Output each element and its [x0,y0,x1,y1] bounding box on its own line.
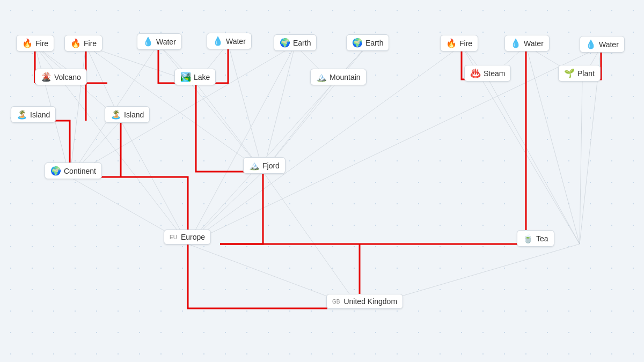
svg-line-7 [158,44,263,172]
lake-icon: 🏞️ [180,72,191,82]
fire2-icon: 🔥 [70,38,81,48]
water3-icon: 💧 [510,38,521,48]
earth1-icon: 🌍 [280,38,290,48]
mountain-icon: 🏔️ [316,72,327,82]
node-water4[interactable]: 💧 Water [580,36,625,53]
node-uk[interactable]: GB United Kingdom [326,294,403,309]
svg-line-13 [263,45,368,172]
tea-icon: 🍵 [523,233,533,243]
water2-icon: 💧 [213,36,223,46]
svg-line-23 [121,121,188,244]
continent-icon: 🌍 [50,166,61,176]
svg-line-26 [488,79,580,244]
svg-line-38 [188,47,601,244]
node-fire1[interactable]: 🔥 Fire [16,35,54,51]
node-lake[interactable]: 🏞️ Lake [174,69,216,85]
node-europe[interactable]: EU Europe [164,230,211,245]
svg-line-39 [263,172,360,308]
node-steam[interactable]: ♨️ Steam [464,65,511,82]
europe-flag: EU [170,234,177,240]
node-mountain[interactable]: 🏔️ Mountain [310,69,367,85]
node-continent[interactable]: 🌍 Continent [45,162,102,179]
fire3-icon: 🔥 [446,38,457,48]
volcano-icon: 🌋 [41,72,52,82]
plant-icon: 🌱 [564,68,575,78]
earth2-icon: 🌍 [352,38,363,48]
node-fire2[interactable]: 🔥 Fire [64,35,103,51]
svg-line-31 [70,46,86,177]
steam-icon: ♨️ [470,68,481,78]
node-tea[interactable]: 🍵 Tea [517,230,554,247]
svg-line-9 [228,43,263,172]
water1-icon: 💧 [143,36,153,47]
node-island2[interactable]: 🏝️ Island [105,106,150,123]
node-fjord[interactable]: 🏔️ Fjord [243,157,286,174]
water4-icon: 💧 [586,39,596,49]
node-fire3[interactable]: 🔥 Fire [440,35,478,51]
svg-line-27 [580,79,582,244]
node-earth2[interactable]: 🌍 Earth [346,34,389,51]
fjord-icon: 🏔️ [249,160,260,171]
svg-line-11 [263,45,295,172]
node-water3[interactable]: 💧 Water [504,35,550,51]
node-volcano[interactable]: 🌋 Volcano [35,69,87,85]
node-water1[interactable]: 💧 Water [137,33,182,50]
fire1-icon: 🔥 [22,38,33,48]
node-earth1[interactable]: 🌍 Earth [274,34,317,51]
node-plant[interactable]: 🌱 Plant [558,65,601,82]
island1-icon: 🏝️ [17,109,27,120]
island2-icon: 🏝️ [111,109,121,120]
node-island1[interactable]: 🏝️ Island [11,106,56,123]
node-water2[interactable]: 💧 Water [207,33,252,49]
uk-flag: GB [332,299,340,305]
